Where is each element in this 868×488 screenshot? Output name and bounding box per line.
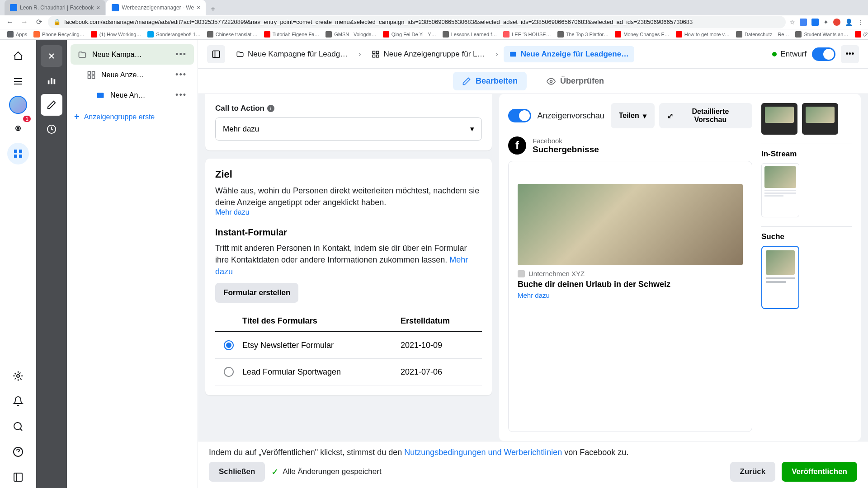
panel-toggle-icon[interactable] — [207, 45, 225, 63]
table-row[interactable]: Lead Formular Sportwagen 2021-07-06 — [215, 359, 482, 385]
placement-thumb[interactable] — [761, 163, 799, 217]
share-button[interactable]: Teilen▾ — [611, 103, 655, 128]
search-icon[interactable] — [7, 416, 29, 437]
breadcrumb-ad[interactable]: Neue Anzeige für Leadgene… — [504, 46, 634, 62]
tree-adset[interactable]: Neue Anze… ••• — [71, 65, 194, 85]
placement-thumb[interactable] — [761, 103, 797, 135]
help-icon[interactable] — [7, 441, 29, 463]
svg-rect-22 — [373, 55, 375, 57]
radio-icon[interactable] — [224, 367, 234, 377]
bookmark-item[interactable]: Money Changes E… — [612, 31, 672, 38]
structure-tree: Neue Kampa… ••• Neue Anze… ••• Neue An… … — [67, 40, 198, 488]
extension-icon[interactable] — [811, 19, 819, 26]
home-icon[interactable] — [7, 45, 29, 67]
breadcrumb-adset[interactable]: Neue Anzeigengruppe für L… — [366, 46, 490, 62]
new-tab-button[interactable]: + — [207, 3, 219, 15]
browser-tab[interactable]: Werbeanzeigenmanager - We × — [106, 0, 206, 15]
folder-icon — [236, 50, 244, 58]
edit-icon[interactable] — [41, 94, 62, 116]
back-button[interactable]: Zurück — [730, 462, 776, 482]
chevron-down-icon: ▾ — [470, 124, 474, 134]
close-icon[interactable]: × — [197, 4, 200, 11]
detailed-preview-button[interactable]: ⤢Detaillierte Vorschau — [659, 103, 752, 128]
bookmark-item[interactable]: Phone Recycling… — [31, 31, 87, 38]
notifications-icon[interactable] — [7, 390, 29, 412]
editor-sub-rail — [36, 40, 67, 488]
svg-rect-12 — [54, 79, 56, 84]
settings-icon[interactable] — [7, 365, 29, 387]
more-icon[interactable]: ••• — [175, 50, 187, 59]
svg-rect-9 — [14, 473, 22, 481]
add-adset-button[interactable]: + Anzeigengruppe erste — [67, 105, 198, 128]
breadcrumb-campaign[interactable]: Neue Kampagne für Leadg… — [231, 46, 353, 62]
tab-edit[interactable]: Bearbeiten — [453, 72, 527, 90]
save-status: ✓ Alle Änderungen gespeichert — [271, 466, 381, 477]
info-icon[interactable]: i — [267, 105, 274, 112]
platform-label: Facebook — [533, 137, 599, 145]
bookmark-item[interactable]: (2) How To Add A… — [852, 31, 868, 38]
table-row[interactable]: Etsy Newsletter Formular 2021-10-09 — [215, 332, 482, 359]
bookmark-item[interactable]: Apps — [5, 31, 30, 38]
tab-review[interactable]: Überprüfen — [538, 72, 613, 90]
preview-panel: Anzeigenvorschau Teilen▾ ⤢Detaillierte V… — [499, 94, 861, 441]
bookmark-item[interactable]: Lessons Learned f… — [440, 31, 500, 38]
address-bar[interactable]: 🔒 facebook.com/adsmanager/manage/ads/edi… — [48, 16, 786, 28]
audiences-icon[interactable]: 1 — [7, 117, 29, 139]
tree-ad[interactable]: Neue An… ••• — [71, 85, 194, 105]
publish-button[interactable]: Veröffentlichen — [782, 462, 857, 482]
bookmark-item[interactable]: GMSN - Vologda… — [323, 31, 379, 38]
close-button[interactable]: Schließen — [209, 462, 265, 482]
bookmark-item[interactable]: Tutorial: Eigene Fa… — [261, 31, 322, 38]
placement-thumb-selected[interactable] — [761, 246, 799, 309]
bookmark-item[interactable]: How to get more v… — [673, 31, 732, 38]
bookmark-item[interactable]: Chinese translati… — [204, 31, 260, 38]
bookmark-item[interactable]: Sonderangebot! 1… — [145, 31, 203, 38]
more-icon[interactable]: ••• — [175, 90, 187, 100]
avatar[interactable] — [9, 96, 27, 114]
placement-thumb[interactable] — [802, 103, 838, 135]
extension-icon[interactable] — [800, 19, 807, 26]
ads-manager-icon[interactable] — [7, 143, 29, 164]
svg-rect-14 — [88, 71, 91, 74]
more-icon[interactable]: ••• — [175, 70, 187, 80]
bookmark-item[interactable]: Datenschutz – Re… — [733, 31, 792, 38]
chevron-right-icon: › — [359, 50, 361, 58]
menu-icon[interactable]: ⋮ — [857, 19, 863, 26]
history-icon[interactable] — [41, 118, 62, 140]
forward-icon[interactable]: → — [19, 17, 30, 28]
form-date: 2021-10-09 — [401, 341, 482, 350]
more-icon[interactable]: ••• — [841, 45, 859, 63]
main-area: Neue Kampagne für Leadg… › Neue Anzeigen… — [198, 40, 868, 488]
bookmark-item[interactable]: (1) How Working… — [88, 31, 144, 38]
menu-icon[interactable] — [7, 70, 29, 92]
create-form-button[interactable]: Formular erstellen — [215, 283, 298, 303]
tree-campaign[interactable]: Neue Kampa… ••• — [71, 44, 194, 65]
preview-header: Anzeigenvorschau Teilen▾ ⤢Detaillierte V… — [508, 103, 752, 128]
cta-select[interactable]: Mehr dazu ▾ — [215, 117, 482, 141]
preview-toggle[interactable] — [508, 109, 531, 122]
extension-icon[interactable]: ☆ — [789, 19, 795, 26]
collapse-icon[interactable] — [7, 466, 29, 488]
status-label: Entwurf — [780, 50, 807, 59]
placement-section-title: Suche — [761, 232, 852, 241]
bookmark-item[interactable]: Student Wants an… — [793, 31, 851, 38]
radio-icon[interactable] — [224, 340, 234, 350]
reload-icon[interactable]: ⟳ — [33, 17, 44, 28]
browser-chrome: Leon R. Chaudhari | Facebook × Werbeanze… — [0, 0, 868, 40]
ad-toggle[interactable] — [812, 47, 835, 61]
browser-tab[interactable]: Leon R. Chaudhari | Facebook × — [5, 0, 105, 15]
close-icon[interactable]: × — [96, 4, 100, 11]
back-icon[interactable]: ← — [5, 17, 15, 28]
chart-icon[interactable] — [41, 70, 62, 91]
logo-icon — [518, 270, 525, 277]
learn-more-link[interactable]: Mehr dazu — [215, 208, 482, 216]
extensions-menu-icon[interactable]: ✦ — [823, 19, 829, 26]
preview-link[interactable]: Mehr dazu — [518, 291, 743, 299]
bookmark-item[interactable]: Qing Fei De Yi - Y… — [380, 31, 439, 38]
terms-link[interactable]: Nutzungsbedingungen und Werberichtlinien — [404, 448, 562, 457]
profile-icon[interactable]: 👤 — [845, 19, 853, 26]
bookmark-item[interactable]: The Top 3 Platfor… — [555, 31, 612, 38]
close-icon[interactable] — [41, 45, 62, 67]
bookmark-item[interactable]: LEE 'S HOUSE… — [500, 31, 553, 38]
extension-icon[interactable] — [833, 19, 840, 26]
